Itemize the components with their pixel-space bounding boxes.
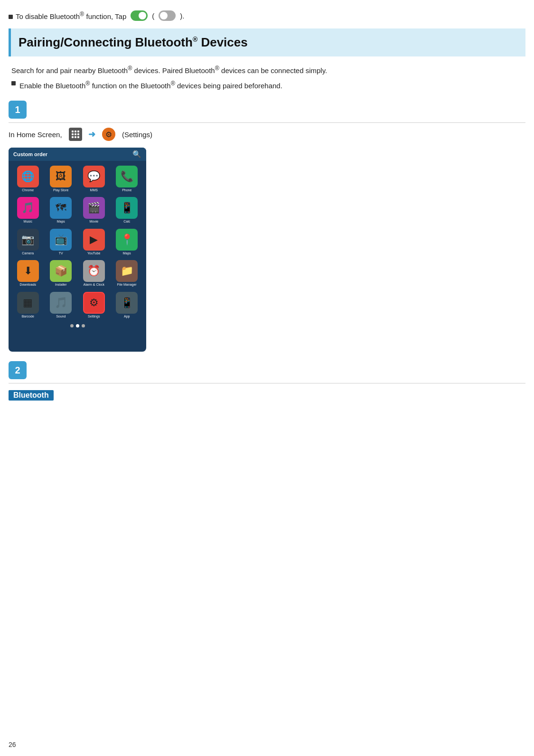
list-item: 💬 MMS [78, 164, 110, 193]
step2-badge-row: 2 [9, 361, 525, 379]
svg-rect-5 [77, 133, 79, 135]
list-item: 📍 Maps [112, 227, 143, 256]
list-item: 📞 Phone [112, 164, 143, 193]
svg-rect-6 [72, 136, 74, 138]
svg-rect-4 [75, 133, 76, 135]
step2-divider [9, 383, 525, 383]
app-label: File Manager [117, 283, 137, 287]
page-dot [82, 324, 85, 327]
app-label: Downloads [19, 283, 36, 287]
app-label: YouTube [87, 252, 101, 255]
list-item: ▦ Barcode [12, 290, 44, 319]
app-label: Maps [123, 252, 131, 255]
list-item: ⚙ Settings [78, 290, 110, 319]
section-title: Pairing/Connecting Bluetooth® Devices [19, 35, 518, 50]
step2-badge: 2 [9, 361, 27, 379]
app-icon: ⬇ [17, 260, 39, 282]
app-grid: 🌐 Chrome 🖼 Play Store 💬 MMS 📞 Phone 🎵 Mu… [9, 161, 146, 322]
app-icon: 💬 [83, 166, 105, 187]
bullet-icon-2 [11, 81, 16, 85]
app-icon: ⏰ [83, 260, 105, 282]
settings-app-icon: ⚙ [83, 292, 105, 314]
app-icon: 🖼 [50, 166, 72, 187]
list-item: 🗺 Maps [46, 195, 77, 224]
apps-grid-icon [69, 128, 82, 141]
step1-badge-row: 1 [9, 101, 525, 119]
app-icon: 🌐 [17, 166, 39, 187]
app-icon: 📍 [116, 229, 138, 251]
svg-rect-3 [72, 133, 74, 135]
app-label: Sound [56, 315, 66, 318]
arrow-icon: ➜ [87, 129, 97, 140]
phone-top-bar-title: Custom order [13, 151, 47, 157]
app-label: TV [59, 252, 63, 255]
app-icon: ▦ [17, 292, 39, 314]
app-label: Play Store [53, 188, 68, 192]
list-item: 📱 App [112, 290, 143, 319]
top-disable-bullet: To disable Bluetooth® function, Tap ( ). [9, 5, 525, 28]
svg-rect-8 [77, 136, 79, 138]
list-item: ⬇ Downloads [12, 258, 44, 288]
list-item: 📱 Calc [112, 195, 143, 224]
app-icon: 📺 [50, 229, 72, 251]
list-item: 🖼 Play Store [46, 164, 77, 193]
app-label: Chrome [22, 188, 34, 192]
description-bullet: Enable the Bluetooth® function on the Bl… [11, 79, 525, 92]
app-label: Calc [123, 220, 130, 224]
list-item: 🌐 Chrome [12, 164, 44, 193]
list-item: 🎵 Sound [46, 290, 77, 319]
step2-content: Bluetooth [9, 388, 525, 405]
bullet-icon [9, 15, 13, 19]
app-label: Installer [55, 283, 67, 287]
svg-rect-1 [75, 131, 76, 132]
app-icon: 🎵 [50, 292, 72, 314]
app-icon: 📞 [116, 166, 138, 187]
step1-label: In Home Screen, [9, 131, 64, 139]
list-item: 🎵 Music [12, 195, 44, 224]
svg-rect-0 [72, 131, 74, 132]
page-dot [70, 324, 74, 327]
list-item: 📦 Installer [46, 258, 77, 288]
app-icon: 🗺 [50, 197, 72, 219]
step1-settings-label: (Settings) [120, 131, 152, 139]
app-label: Music [24, 220, 32, 224]
app-label: Maps [57, 220, 65, 224]
app-icon: 📦 [50, 260, 72, 282]
app-label: App [124, 315, 130, 318]
svg-rect-7 [75, 136, 76, 138]
app-label: Camera [22, 252, 34, 255]
app-icon: 📷 [17, 229, 39, 251]
description-line1: Search for and pair nearby Bluetooth® de… [11, 64, 525, 76]
app-label: MMS [90, 188, 98, 192]
page-dots [9, 322, 146, 329]
paren-close: ). [180, 12, 184, 20]
svg-rect-2 [77, 131, 79, 132]
list-item: 🎬 Movie [78, 195, 110, 224]
app-label: Phone [122, 188, 131, 192]
phone-top-bar: Custom order 🔍 [9, 148, 146, 161]
app-icon: 🎵 [17, 197, 39, 219]
app-icon: 📱 [116, 292, 138, 314]
app-icon: ▶ [83, 229, 105, 251]
page-number: 26 [9, 741, 16, 748]
app-label: Alarm & Clock [84, 283, 104, 287]
phone-search-icon: 🔍 [132, 150, 141, 159]
step1-content: In Home Screen, ➜ ⚙ (Settings) [9, 128, 525, 141]
list-item: 📺 TV [46, 227, 77, 256]
page-container: To disable Bluetooth® function, Tap ( ).… [0, 0, 534, 434]
page-dot-active [76, 324, 79, 327]
section-header: Pairing/Connecting Bluetooth® Devices [9, 28, 525, 56]
app-icon: 🎬 [83, 197, 105, 219]
phone-screenshot: Custom order 🔍 🌐 Chrome 🖼 Play Store 💬 M… [9, 148, 146, 352]
settings-circle-icon: ⚙ [102, 128, 115, 141]
app-label: Barcode [22, 315, 34, 318]
step1-divider [9, 122, 525, 123]
app-icon: 📁 [116, 260, 138, 282]
bluetooth-label: Bluetooth [9, 390, 54, 401]
list-item: ⏰ Alarm & Clock [78, 258, 110, 288]
list-item: 📷 Camera [12, 227, 44, 256]
list-item: 📁 File Manager [112, 258, 143, 288]
disable-text: To disable Bluetooth® function, Tap [16, 11, 126, 20]
app-icon: 📱 [116, 197, 138, 219]
paren-open: ( [152, 12, 154, 20]
